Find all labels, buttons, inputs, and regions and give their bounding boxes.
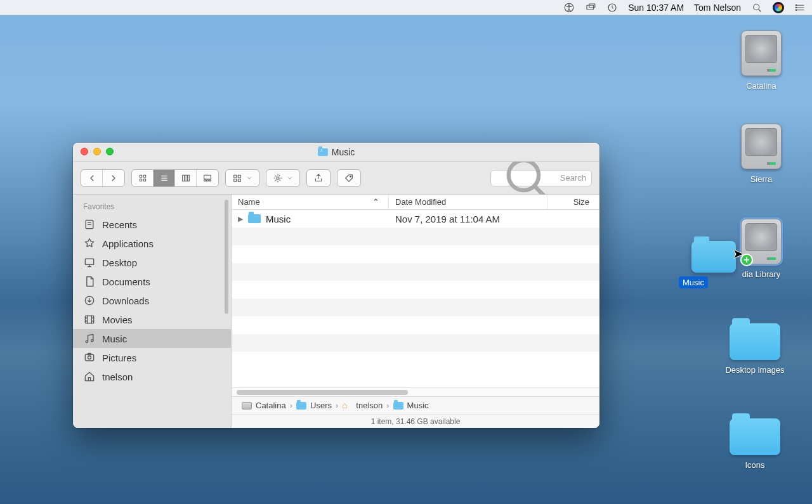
status-bar: 1 item, 31.46 GB available (232, 414, 599, 428)
svg-rect-11 (140, 179, 141, 181)
drag-ghost-folder (691, 241, 736, 273)
path-segment[interactable]: Music (407, 401, 429, 410)
menubar-user[interactable]: Tom Nelson (694, 3, 741, 13)
sidebar-item-recents[interactable]: Recents (73, 215, 231, 234)
sidebar-item-desktop[interactable]: Desktop (73, 253, 231, 272)
path-bar: Catalina› Users› ⌂ tnelson› Music (232, 396, 599, 414)
sidebar-item-downloads[interactable]: Downloads (73, 291, 231, 310)
svg-point-7 (796, 7, 797, 8)
list-item[interactable]: ▶ Music Nov 7, 2019 at 11:04 AM (232, 210, 599, 228)
desktop-label: Desktop images (721, 364, 788, 376)
sidebar-item-label: Desktop (102, 257, 137, 268)
tags-button[interactable] (337, 169, 361, 187)
downloads-icon (83, 294, 96, 307)
action-button[interactable] (266, 169, 300, 187)
disclosure-triangle-icon[interactable]: ▶ (238, 215, 243, 223)
column-header-date[interactable]: Date Modified (389, 195, 547, 209)
window-title-text: Music (332, 147, 355, 157)
desktop-disk-sierra[interactable]: Sierra (723, 124, 799, 185)
music-icon (83, 332, 96, 345)
path-segment[interactable]: Users (310, 401, 332, 410)
sidebar-item-applications[interactable]: Applications (73, 234, 231, 253)
back-button[interactable] (81, 170, 103, 186)
close-button[interactable] (81, 148, 88, 155)
column-header-label: Size (573, 197, 589, 207)
svg-rect-10 (143, 175, 145, 177)
column-header-label: Name (238, 197, 260, 207)
displays-icon[interactable] (585, 2, 596, 13)
view-columns-button[interactable] (175, 170, 197, 186)
desktop-disk-catalina[interactable]: Catalina (723, 30, 799, 92)
notification-center-icon[interactable] (794, 2, 806, 13)
column-header-name[interactable]: Name⌃ (232, 195, 389, 209)
svg-point-25 (350, 176, 351, 177)
desktop-folder-icons[interactable]: Icons (717, 418, 793, 471)
documents-icon (83, 275, 96, 288)
timemachine-icon[interactable] (606, 2, 618, 13)
sidebar-item-documents[interactable]: Documents (73, 272, 231, 291)
drag-ghost-label: Music (679, 276, 708, 288)
svg-rect-15 (187, 175, 189, 181)
minimize-button[interactable] (93, 148, 101, 155)
svg-rect-28 (85, 259, 93, 264)
svg-rect-12 (143, 179, 145, 181)
sidebar-item-label: Recents (102, 219, 137, 230)
view-gallery-button[interactable] (197, 170, 218, 186)
view-icons-button[interactable] (132, 170, 154, 186)
sidebar-item-pictures[interactable]: Pictures (73, 348, 231, 367)
group-by-button[interactable] (225, 169, 259, 187)
path-segment[interactable]: Catalina (256, 401, 286, 410)
column-header-label: Date Modified (395, 197, 446, 207)
sidebar-scrollbar[interactable] (225, 200, 228, 314)
svg-point-1 (568, 4, 570, 6)
column-header-size[interactable]: Size (547, 195, 599, 209)
sidebar-item-movies[interactable]: Movies (73, 310, 231, 329)
sidebar-item-music[interactable]: Music (73, 329, 231, 348)
accessibility-icon[interactable] (563, 2, 575, 13)
desktop-icon (83, 256, 96, 269)
home-icon: ⌂ (342, 402, 352, 410)
share-button[interactable] (306, 169, 331, 187)
desktop-folder-desktopimages[interactable]: Desktop images (717, 323, 793, 376)
view-list-button[interactable] (154, 170, 175, 186)
siri-icon[interactable] (773, 2, 784, 13)
svg-rect-22 (234, 179, 237, 181)
finder-content: Name⌃ Date Modified Size ▶ Music Nov 7, … (232, 195, 599, 428)
svg-rect-14 (185, 175, 187, 181)
scrollbar-thumb[interactable] (237, 390, 408, 395)
list-item (232, 263, 599, 281)
finder-titlebar[interactable]: Music (73, 143, 599, 162)
svg-rect-16 (204, 175, 211, 179)
svg-point-32 (91, 340, 93, 342)
harddisk-icon (741, 124, 782, 169)
sidebar-item-label: Documents (102, 276, 150, 287)
sidebar-item-home[interactable]: tnelson (73, 367, 231, 386)
horizontal-scrollbar[interactable] (232, 387, 599, 396)
applications-icon (83, 237, 96, 250)
menubar-datetime[interactable]: Sun 10:37 AM (628, 3, 684, 13)
sidebar-item-label: Music (102, 333, 127, 344)
harddisk-icon (242, 402, 252, 410)
svg-rect-21 (238, 175, 240, 178)
sidebar-item-label: Applications (102, 238, 154, 249)
svg-point-6 (796, 4, 797, 6)
forward-button[interactable] (103, 170, 124, 186)
svg-rect-23 (238, 179, 240, 181)
sidebar-item-label: Movies (102, 314, 133, 325)
harddisk-icon (741, 30, 782, 76)
maximize-button[interactable] (106, 148, 114, 155)
file-list[interactable]: ▶ Music Nov 7, 2019 at 11:04 AM (232, 210, 599, 387)
path-segment[interactable]: tnelson (356, 401, 383, 410)
music-folder-icon (393, 402, 403, 410)
sort-asc-icon: ⌃ (372, 197, 379, 207)
finder-window[interactable]: Music Search (73, 143, 599, 428)
svg-point-34 (88, 356, 91, 359)
spotlight-icon[interactable] (751, 2, 763, 13)
svg-rect-3 (589, 4, 595, 8)
file-name: Music (266, 214, 291, 224)
list-item (232, 228, 599, 245)
search-input[interactable]: Search (490, 170, 592, 186)
list-item (232, 299, 599, 316)
movies-icon (83, 313, 96, 326)
nav-buttons (81, 169, 125, 187)
